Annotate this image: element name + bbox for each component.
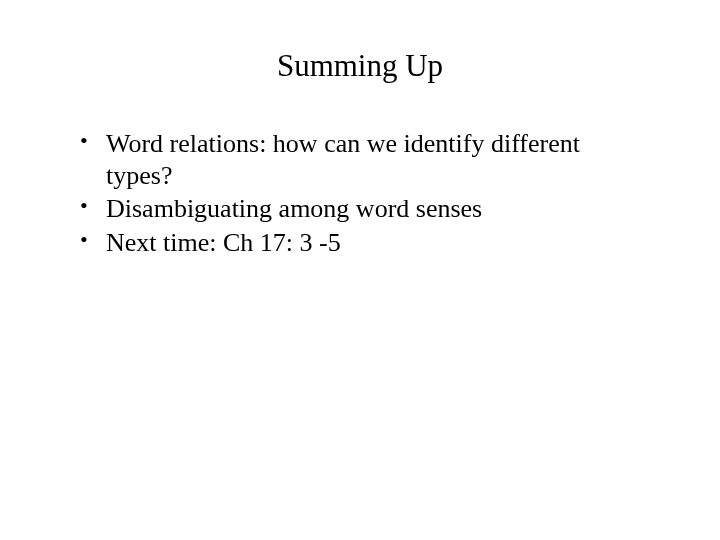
slide: Summing Up Word relations: how can we id… bbox=[0, 0, 720, 540]
list-item: Word relations: how can we identify diff… bbox=[80, 128, 652, 191]
list-item: Disambiguating among word senses bbox=[80, 193, 652, 225]
list-item: Next time: Ch 17: 3 -5 bbox=[80, 227, 652, 259]
bullet-list: Word relations: how can we identify diff… bbox=[68, 128, 652, 259]
slide-title: Summing Up bbox=[68, 48, 652, 84]
